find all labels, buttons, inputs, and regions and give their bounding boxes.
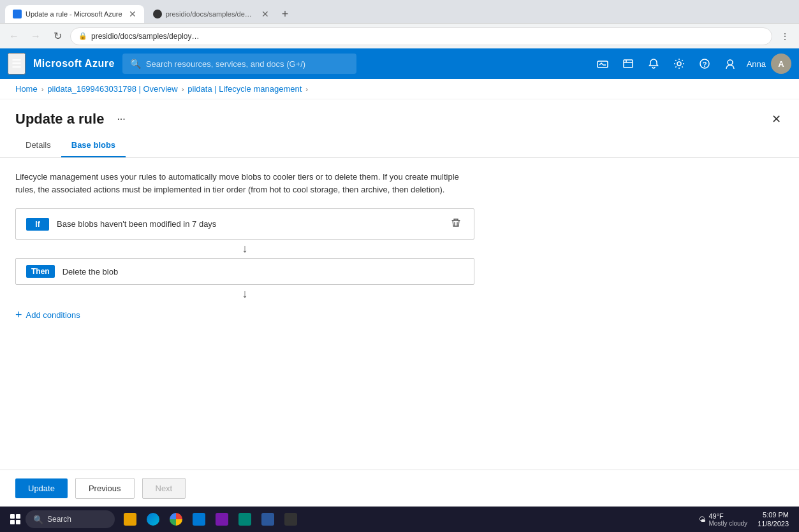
settings-icon — [673, 58, 685, 69]
azure-taskbar-icon — [238, 513, 251, 526]
next-button: Next — [142, 478, 186, 499]
delete-icon — [451, 218, 461, 228]
taskbar-pinned-icons — [120, 509, 301, 529]
tab-label-2: presidio/docs/samples/deploy… — [166, 10, 255, 18]
windows-icon — [10, 514, 20, 524]
github-favicon — [153, 10, 162, 18]
svg-rect-2 — [624, 60, 633, 68]
breadcrumb-sep-3: › — [305, 85, 308, 93]
taskbar-app-misc[interactable] — [281, 509, 301, 529]
taskbar-app-chrome[interactable] — [166, 509, 186, 529]
chrome-icon — [170, 513, 182, 526]
outlook-icon — [193, 513, 205, 526]
content-area: Lifecycle management uses your rules to … — [0, 158, 799, 470]
edge-icon — [147, 513, 159, 526]
then-block: Then Delete the blob — [15, 258, 474, 285]
word-icon — [261, 513, 274, 526]
update-button[interactable]: Update — [15, 478, 68, 498]
svg-point-8 — [728, 60, 733, 65]
tab-base-blobs[interactable]: Base blobs — [61, 134, 126, 157]
svg-text:?: ? — [702, 61, 707, 68]
page-menu-button[interactable]: ··· — [112, 111, 130, 127]
tab-close-2[interactable]: ✕ — [261, 9, 269, 19]
extensions-button[interactable]: ⋮ — [776, 27, 794, 45]
if-text: Base blobs haven't been modified in 7 da… — [57, 219, 441, 229]
new-tab-button[interactable]: + — [277, 8, 294, 21]
search-icon: 🔍 — [130, 59, 141, 69]
taskbar-app-outlook[interactable] — [189, 509, 209, 529]
reload-button[interactable]: ↻ — [48, 27, 66, 45]
taskbar-system-tray: 🌤 49°F Mostly cloudy 5:09 PM 11/8/2023 — [699, 510, 794, 529]
add-conditions-button[interactable]: + Add conditions — [15, 303, 80, 327]
then-text: Delete the blob — [62, 267, 464, 277]
taskbar-app-teams[interactable] — [212, 509, 232, 529]
hamburger-menu[interactable]: ☰ — [8, 53, 26, 75]
search-bar[interactable]: 🔍 — [122, 54, 356, 74]
previous-button[interactable]: Previous — [75, 478, 135, 499]
browser-actions: ⋮ — [776, 27, 794, 45]
arrow-down-1: ↓ — [15, 240, 474, 258]
plus-icon: + — [15, 308, 22, 322]
tab-label-1: Update a rule - Microsoft Azure — [26, 10, 122, 18]
tab-details[interactable]: Details — [15, 134, 61, 157]
search-input[interactable] — [146, 59, 349, 69]
browser-tabs: Update a rule - Microsoft Azure ✕ presid… — [0, 0, 799, 23]
main-content: Update a rule ··· ✕ Details Base blobs L… — [0, 99, 799, 507]
notifications-button[interactable] — [642, 52, 665, 75]
tab-close-1[interactable]: ✕ — [129, 9, 136, 19]
breadcrumb-storage[interactable]: piidata_1699463031798 | Overview — [47, 84, 177, 94]
lock-icon: 🔒 — [78, 32, 87, 40]
description-text: Lifecycle management uses your rules to … — [15, 171, 474, 196]
address-bar[interactable]: 🔒 presidio/docs/samples/deploy… — [70, 27, 772, 45]
feedback-button[interactable] — [719, 52, 742, 75]
taskbar-app-word[interactable] — [258, 509, 278, 529]
feedback-icon — [724, 58, 736, 69]
breadcrumb-sep-1: › — [41, 85, 44, 93]
breadcrumb-lifecycle[interactable]: piidata | Lifecycle management — [187, 84, 302, 94]
browser-tab-active[interactable]: Update a rule - Microsoft Azure ✕ — [5, 5, 144, 23]
browser-tab-inactive[interactable]: presidio/docs/samples/deploy… ✕ — [145, 5, 277, 23]
back-button[interactable]: ← — [5, 27, 23, 45]
svg-point-5 — [677, 62, 681, 66]
directory-button[interactable] — [617, 52, 640, 75]
taskbar-search-label: Search — [47, 515, 71, 524]
misc-icon — [284, 513, 297, 526]
taskbar-app-azure[interactable] — [235, 509, 255, 529]
help-icon: ? — [699, 58, 710, 69]
user-name[interactable]: Anna — [747, 59, 766, 69]
cloud-shell-button[interactable] — [591, 52, 614, 75]
bell-icon — [648, 58, 659, 69]
if-delete-button[interactable] — [448, 215, 464, 233]
taskbar: 🔍 Search 🌤 4 — [0, 507, 799, 532]
files-icon — [124, 513, 136, 526]
teams-icon — [216, 513, 228, 526]
clock-time: 5:09 PM — [758, 510, 789, 519]
taskbar-app-files[interactable] — [120, 509, 140, 529]
taskbar-search-icon: 🔍 — [33, 515, 43, 524]
start-button[interactable] — [5, 509, 26, 529]
taskbar-app-edge[interactable] — [143, 509, 163, 529]
weather-widget[interactable]: 🌤 49°F Mostly cloudy — [699, 512, 747, 527]
help-button[interactable]: ? — [693, 52, 716, 75]
breadcrumb: Home › piidata_1699463031798 | Overview … — [0, 79, 799, 99]
rule-container: If Base blobs haven't been modified in 7… — [15, 208, 474, 327]
breadcrumb-home[interactable]: Home — [15, 84, 38, 94]
forward-button[interactable]: → — [27, 27, 45, 45]
weather-icon: 🌤 — [699, 515, 706, 523]
address-text: presidio/docs/samples/deploy… — [91, 32, 764, 41]
footer: Update Previous Next — [0, 470, 799, 507]
taskbar-search[interactable]: 🔍 Search — [26, 510, 115, 528]
breadcrumb-sep-2: › — [182, 85, 184, 93]
close-button[interactable]: ✕ — [769, 110, 784, 129]
if-label: If — [26, 218, 49, 231]
page-header: Update a rule ··· ✕ — [0, 99, 799, 134]
tabs: Details Base blobs — [0, 134, 799, 158]
user-avatar[interactable]: A — [771, 54, 791, 74]
cloud-shell-icon — [597, 58, 608, 69]
browser-toolbar: ← → ↻ 🔒 presidio/docs/samples/deploy… ⋮ — [0, 23, 799, 48]
settings-button[interactable] — [668, 52, 691, 75]
taskbar-clock[interactable]: 5:09 PM 11/8/2023 — [752, 510, 794, 529]
weather-temp: 49°F — [708, 512, 747, 520]
directory-icon — [622, 58, 634, 69]
weather-desc: Mostly cloudy — [708, 520, 747, 527]
